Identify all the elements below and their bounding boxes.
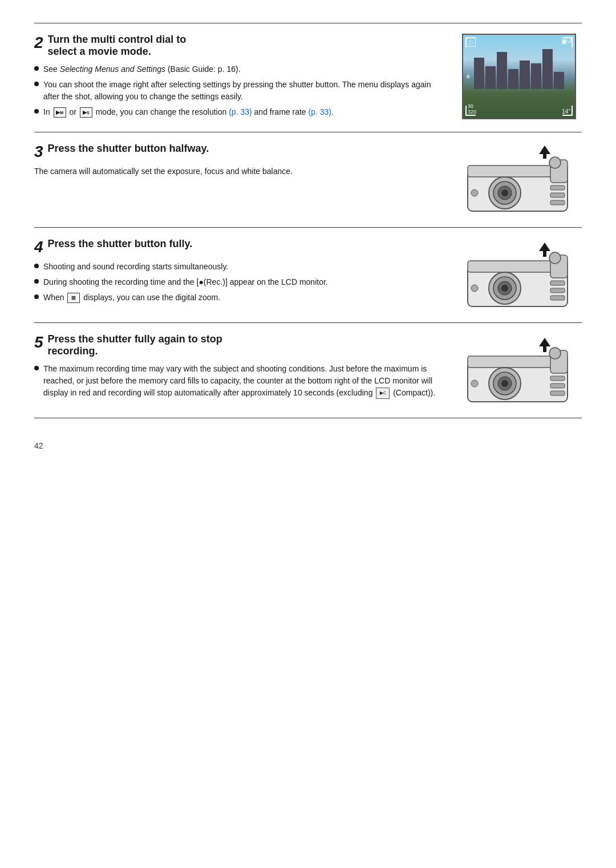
bullet-text: Shooting and sound recording starts simu… — [43, 261, 228, 273]
svg-rect-38 — [550, 376, 565, 381]
step-2-title-text: Turn the multi control dial to select a … — [48, 34, 445, 58]
svg-rect-25 — [550, 288, 565, 293]
step-5-title: 5 Press the shutter fully again to stop … — [34, 333, 445, 357]
bullet-text: See Selecting Menus and Settings (Basic … — [43, 63, 241, 75]
step-4-section: 4 Press the shutter button fully. Shooti… — [34, 227, 582, 322]
svg-point-41 — [471, 380, 478, 387]
bottom-border — [34, 418, 582, 418]
camera-diagram-4 — [462, 238, 576, 312]
step-5-image — [456, 333, 582, 407]
svg-point-13 — [471, 189, 478, 196]
svg-point-35 — [549, 348, 561, 359]
page-number: 42 — [34, 441, 582, 450]
bullet-item: In ▶M or ▶S mode, you can change the res… — [34, 106, 445, 118]
svg-rect-12 — [550, 200, 565, 205]
step-4-title: 4 Press the shutter button fully. — [34, 238, 445, 255]
step-4-bullets: Shooting and sound recording starts simu… — [34, 261, 445, 304]
building — [508, 69, 518, 89]
lcd-display: □ ▣↺ ⊕ 30 320 14" — [462, 34, 576, 119]
bullet-item: You can shoot the image right after sele… — [34, 79, 445, 103]
lcd-left-icons: ⊕ — [466, 74, 471, 79]
step-2-bullets: See Selecting Menus and Settings (Basic … — [34, 63, 445, 118]
camera-diagram-5 — [462, 333, 576, 407]
svg-rect-9 — [543, 154, 546, 159]
link-p33-1: (p. 33) — [229, 107, 252, 116]
lcd-scene: □ ▣↺ ⊕ 30 320 14" — [463, 35, 575, 118]
bullet-dot — [34, 109, 39, 114]
step-5-bullets: The maximum recording time may vary with… — [34, 363, 445, 399]
step-5-title-text: Press the shutter fully again to stop re… — [48, 333, 445, 357]
step-3-number: 3 — [34, 144, 43, 160]
bullet-text: During shooting the recording time and t… — [43, 276, 328, 288]
step-4-title-text: Press the shutter button fully. — [48, 238, 445, 250]
step-2-content: 2 Turn the multi control dial to select … — [34, 34, 456, 122]
svg-rect-37 — [543, 346, 546, 352]
step-5-number: 5 — [34, 334, 43, 350]
step-2-section: 2 Turn the multi control dial to select … — [34, 23, 582, 132]
lcd-mode-icon: □ — [466, 38, 476, 47]
svg-point-34 — [501, 380, 508, 387]
lcd-timer-value: 30 — [468, 103, 476, 109]
bullet-text: You can shoot the image right after sele… — [43, 79, 445, 103]
step-3-title-text: Press the shutter button halfway. — [48, 143, 445, 155]
bullet-dot — [34, 264, 39, 268]
svg-marker-8 — [539, 146, 550, 154]
step-3-content: 3 Press the shutter button halfway. The … — [34, 143, 456, 217]
building — [554, 72, 564, 89]
bullet-dot — [34, 66, 39, 71]
svg-rect-24 — [550, 281, 565, 285]
step-3-image — [456, 143, 582, 217]
building — [531, 63, 541, 89]
lcd-bottom-time: 14" — [562, 108, 570, 115]
bullet-item: The maximum recording time may vary with… — [34, 363, 445, 399]
bullet-text: In ▶M or ▶S mode, you can change the res… — [43, 106, 334, 118]
bullet-dot — [34, 279, 39, 284]
svg-point-27 — [471, 285, 478, 292]
lcd-bottom-timer: 30 320 — [468, 103, 476, 115]
bullet-text: When ⊞ displays, you can use the digital… — [43, 292, 220, 304]
svg-point-6 — [501, 189, 508, 196]
step-5-section: 5 Press the shutter fully again to stop … — [34, 322, 582, 418]
step-5-content: 5 Press the shutter fully again to stop … — [34, 333, 456, 407]
zoom-icon: ⊞ — [67, 293, 80, 303]
step-2-image: □ ▣↺ ⊕ 30 320 14" — [456, 34, 582, 122]
svg-rect-10 — [550, 185, 565, 190]
step-3-description: The camera will automatically set the ex… — [34, 165, 445, 177]
bullet-item: During shooting the recording time and t… — [34, 276, 445, 288]
svg-point-7 — [549, 157, 561, 168]
building — [474, 58, 484, 89]
step-2-number: 2 — [34, 35, 43, 51]
lcd-icon-q: ⊕ — [466, 74, 471, 79]
bullet-dot — [34, 366, 39, 370]
bullet-dot — [34, 294, 39, 299]
movie-icon-1: ▶M — [54, 107, 66, 118]
bullet-dot — [34, 82, 39, 86]
step-4-image — [456, 238, 582, 312]
building — [497, 52, 507, 89]
camera-diagram-3 — [462, 143, 576, 217]
step-3-title: 3 Press the shutter button halfway. — [34, 143, 445, 160]
bullet-text: The maximum recording time may vary with… — [43, 363, 445, 399]
lcd-battery-icon: ▣↺ — [561, 38, 572, 45]
link-p33-2: (p. 33) — [309, 107, 331, 116]
step-2-title: 2 Turn the multi control dial to select … — [34, 34, 445, 58]
svg-marker-22 — [539, 243, 550, 251]
step-3-section: 3 Press the shutter button halfway. The … — [34, 132, 582, 227]
step-4-content: 4 Press the shutter button fully. Shooti… — [34, 238, 456, 312]
svg-marker-36 — [539, 338, 550, 346]
bullet-item: Shooting and sound recording starts simu… — [34, 261, 445, 273]
svg-rect-40 — [550, 391, 565, 395]
lcd-resolution-value: 320 — [468, 109, 476, 115]
building — [485, 66, 496, 89]
svg-rect-26 — [550, 296, 565, 300]
step-4-number: 4 — [34, 239, 43, 255]
bullet-item: See Selecting Menus and Settings (Basic … — [34, 63, 445, 75]
lcd-buildings — [463, 49, 575, 89]
movie-icon-2: ▶S — [80, 107, 92, 118]
building — [542, 49, 553, 89]
svg-point-20 — [501, 285, 508, 292]
building — [520, 60, 530, 89]
bullet-item: When ⊞ displays, you can use the digital… — [34, 292, 445, 304]
svg-point-21 — [549, 252, 561, 264]
svg-rect-23 — [543, 251, 546, 257]
